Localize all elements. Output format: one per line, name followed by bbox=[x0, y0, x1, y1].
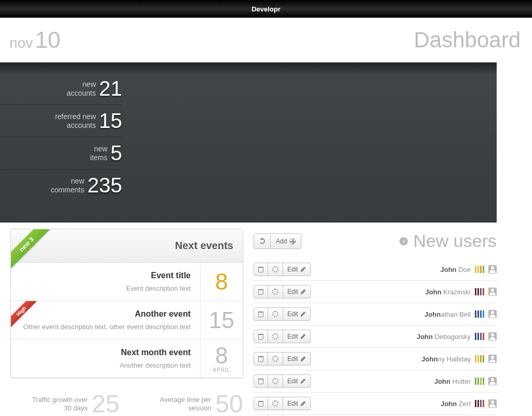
user-stripes bbox=[475, 288, 484, 295]
settings-button[interactable] bbox=[268, 397, 283, 410]
delete-button[interactable] bbox=[254, 397, 268, 410]
user-stripes bbox=[475, 266, 484, 273]
settings-button[interactable] bbox=[268, 263, 283, 276]
user-row: Edit John Hutter bbox=[254, 370, 497, 393]
trash-icon bbox=[258, 334, 263, 340]
stat-value: 5 bbox=[111, 141, 122, 165]
trash-icon bbox=[258, 311, 263, 317]
user-row: Edit Johnathan Bell bbox=[254, 303, 497, 326]
settings-button[interactable] bbox=[268, 330, 283, 343]
pencil-icon bbox=[301, 401, 306, 406]
event-date: 8 bbox=[200, 263, 243, 301]
settings-button[interactable] bbox=[268, 285, 283, 298]
delete-button[interactable] bbox=[254, 374, 268, 388]
settings-button[interactable] bbox=[268, 307, 283, 321]
user-stripes bbox=[475, 378, 484, 385]
add-button[interactable]: Add bbox=[271, 233, 301, 249]
edit-button[interactable]: Edit bbox=[283, 285, 311, 298]
page-header: nov 10 Dashboard bbox=[0, 18, 532, 62]
users-title: i New users bbox=[400, 231, 497, 251]
stat-row: newitems5 bbox=[0, 137, 122, 170]
delete-button[interactable] bbox=[254, 352, 268, 366]
stat-traffic-label: Traffic growth over 30 days bbox=[25, 396, 88, 412]
user-actions: Edit bbox=[254, 352, 311, 366]
stat-label: newcomments bbox=[51, 177, 85, 193]
user-name: Johnny Halliday bbox=[421, 355, 471, 363]
user-meta: John Doe bbox=[440, 265, 497, 274]
stat-session-label: Average time per session bbox=[149, 396, 211, 412]
pencil-icon bbox=[301, 334, 306, 339]
stat-traffic-value: 25 bbox=[92, 389, 119, 416]
event-day: 8 bbox=[215, 344, 228, 367]
event-desc: Another description text bbox=[20, 361, 191, 369]
user-stripes bbox=[475, 310, 484, 318]
gear-icon bbox=[272, 289, 278, 295]
user-actions: Edit bbox=[254, 330, 311, 343]
edit-button-label: Edit bbox=[287, 355, 298, 362]
trash-icon bbox=[258, 356, 263, 362]
edit-button[interactable]: Edit bbox=[283, 374, 311, 388]
app-title: Developr bbox=[251, 5, 281, 13]
edit-button[interactable]: Edit bbox=[283, 352, 311, 366]
users-toolbar: Add bbox=[254, 233, 301, 249]
trash-icon bbox=[258, 289, 263, 295]
trash-icon bbox=[258, 379, 263, 384]
user-actions: Edit bbox=[254, 263, 311, 276]
event-day: 8 bbox=[215, 270, 228, 293]
user-meta: Johnny Halliday bbox=[421, 355, 497, 363]
settings-button[interactable] bbox=[268, 352, 283, 366]
info-icon: i bbox=[400, 237, 408, 245]
user-actions: Edit bbox=[254, 374, 311, 388]
user-row: Edit John Doe bbox=[254, 258, 497, 281]
avatar-icon bbox=[488, 310, 497, 318]
date-day: 10 bbox=[35, 27, 61, 53]
events-card: new 3 Next events Event titleEvent descr… bbox=[10, 229, 243, 378]
edit-button[interactable]: Edit bbox=[283, 263, 311, 276]
event-day: 15 bbox=[209, 309, 234, 332]
users-panel-head: Add i New users bbox=[254, 229, 497, 258]
gear-icon bbox=[272, 356, 278, 362]
user-name: Johnathan Bell bbox=[424, 310, 471, 318]
stat-value: 21 bbox=[99, 77, 123, 100]
event-row[interactable]: HighAnother eventOther event description… bbox=[11, 301, 243, 340]
trash-icon bbox=[258, 267, 263, 272]
edit-button[interactable]: Edit bbox=[283, 397, 311, 410]
stat-session: Average time per session 50 bbox=[134, 389, 243, 416]
gear-icon bbox=[272, 400, 278, 407]
ribbon-high-label: High bbox=[11, 301, 39, 329]
pencil-icon bbox=[301, 356, 306, 361]
delete-button[interactable] bbox=[254, 263, 268, 276]
user-stripes bbox=[475, 400, 484, 407]
edit-button-label: Edit bbox=[287, 266, 298, 273]
settings-button[interactable] bbox=[268, 374, 283, 388]
delete-button[interactable] bbox=[254, 330, 268, 343]
avatar-icon bbox=[488, 399, 497, 408]
stat-label: newitems bbox=[90, 145, 107, 161]
avatar-icon bbox=[488, 288, 497, 296]
stat-value: 15 bbox=[99, 109, 123, 133]
refresh-button[interactable] bbox=[254, 233, 271, 249]
ribbon-high: High bbox=[11, 301, 42, 332]
pencil-icon bbox=[301, 267, 306, 272]
edit-button[interactable]: Edit bbox=[283, 330, 311, 343]
event-title: Event title bbox=[20, 271, 191, 280]
avatar-icon bbox=[488, 265, 497, 274]
edit-button-label: Edit bbox=[287, 400, 298, 407]
trash-icon bbox=[258, 401, 263, 407]
event-row[interactable]: Next month eventAnother description text… bbox=[11, 340, 243, 378]
user-row: Edit John Debogorsky bbox=[254, 326, 497, 348]
user-name: John Hutter bbox=[434, 378, 471, 385]
delete-button[interactable] bbox=[254, 307, 268, 321]
user-row: Edit Johnny Halliday bbox=[254, 348, 497, 370]
delete-button[interactable] bbox=[254, 285, 268, 298]
event-month: APRIL bbox=[213, 367, 231, 373]
stat-row: newcomments235 bbox=[0, 170, 122, 201]
event-body: Next month eventAnother description text bbox=[11, 340, 200, 378]
event-date: 8APRIL bbox=[200, 340, 243, 378]
user-row: Edit John Krazinski bbox=[254, 281, 497, 303]
user-actions: Edit bbox=[254, 307, 311, 321]
event-row[interactable]: Event titleEvent description text8 bbox=[11, 263, 243, 301]
user-meta: Johnathan Bell bbox=[424, 310, 497, 318]
user-stripes bbox=[475, 333, 484, 340]
edit-button[interactable]: Edit bbox=[283, 307, 311, 321]
